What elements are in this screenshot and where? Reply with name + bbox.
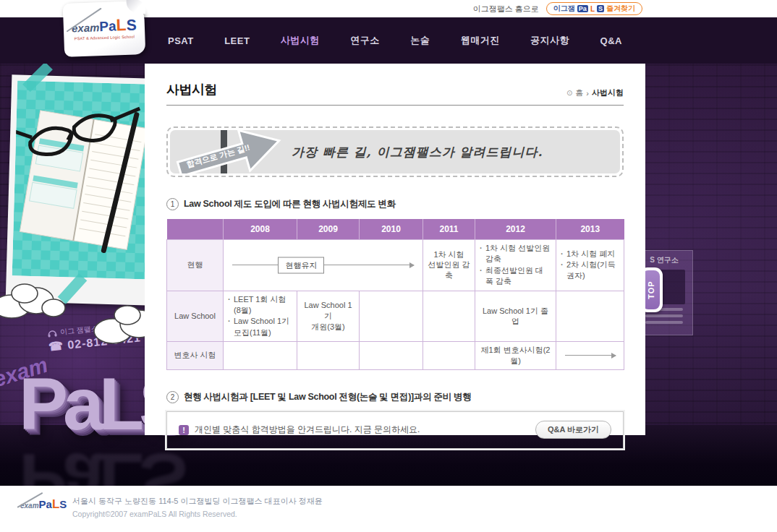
cell-current-2013: 1차 시험 폐지 2차 시험(기득권자) bbox=[556, 240, 624, 291]
favorite-logo-pa: Pa bbox=[577, 5, 588, 12]
maintain-label: 현행유지 bbox=[278, 257, 324, 273]
arrow-head bbox=[409, 262, 415, 268]
cell-line: 1차 시험 bbox=[428, 249, 470, 260]
breadcrumb: ⊙ 홈 › 사법시험 bbox=[566, 87, 624, 98]
cell-line: Law School 1기 bbox=[302, 300, 354, 322]
cell-current-2011: 1차 시험 선발인원 감축 bbox=[423, 240, 475, 291]
favorite-logo-l: L bbox=[590, 5, 595, 13]
cell-current-2012: 1차 시험 선발인원 감축 최종선발인원 대폭 감축 bbox=[475, 240, 556, 291]
footer-copyright: Copyright©2007 examPaLS All Rights Reser… bbox=[72, 510, 323, 518]
table-header-row: 2008 2009 2010 2011 2012 2013 bbox=[167, 219, 624, 240]
cell-line: 개원(3월) bbox=[302, 322, 354, 332]
cell-bar-2012: 제1회 변호사시험(2월) bbox=[475, 342, 556, 370]
polaroid-photo bbox=[6, 74, 160, 306]
section1-number: 1 bbox=[166, 198, 179, 210]
logo-paper-curl bbox=[127, 0, 146, 14]
breadcrumb-home[interactable]: 홈 bbox=[575, 87, 583, 98]
breadcrumb-current: 사법시험 bbox=[592, 87, 624, 98]
logo-s-text: S bbox=[126, 16, 137, 33]
nav-item-leet[interactable]: LEET bbox=[224, 35, 250, 46]
nav-items: PSAT LEET 사법시험 연구소 논술 웹매거진 공지사항 Q&A bbox=[168, 17, 622, 64]
nav-item-webmagazine[interactable]: 웹매거진 bbox=[461, 34, 500, 47]
cell-bar-2009 bbox=[297, 342, 360, 370]
favorite-prefix: 이그잼 bbox=[553, 4, 575, 14]
footer-logo: examPaLS bbox=[20, 497, 67, 512]
logo-l-text: L bbox=[116, 14, 127, 33]
year-header-blank bbox=[167, 219, 224, 240]
cell-bar-2010 bbox=[360, 342, 423, 370]
section2-number: 2 bbox=[166, 391, 179, 403]
cell-lawschool-2012: Law School 1기 졸업 bbox=[475, 291, 556, 342]
footer-text: 서울시 동작구 노량진동 114-5 이그잼빌딩 이그잼팰스 대표이사 정재윤 … bbox=[72, 496, 323, 518]
headset-icon bbox=[47, 328, 58, 338]
page: « « 이그 잼팰스 문의전화 ☎ 02-812-0421 bbox=[0, 0, 777, 532]
arrow-head bbox=[611, 353, 616, 359]
row-label-lawschool: Law School bbox=[167, 291, 224, 342]
row-label-current: 현행 bbox=[167, 240, 224, 291]
qa-go-button[interactable]: Q&A 바로가기 bbox=[535, 421, 611, 439]
footer-logo-pa: Pa bbox=[39, 498, 52, 510]
cell-lawschool-2013 bbox=[556, 291, 624, 342]
section1-heading: 1 Law School 제도 도입에 따른 현행 사법시험제도 변화 bbox=[166, 198, 624, 210]
home-link[interactable]: 이그잼팰스 홈으로 bbox=[473, 4, 539, 14]
cell-bullet: 1차 시험 폐지 bbox=[561, 249, 619, 259]
nav-item-qna[interactable]: Q&A bbox=[600, 35, 622, 46]
site-logo[interactable]: examPaLS PSAT & Advanced Logic School bbox=[63, 1, 146, 57]
year-header: 2009 bbox=[297, 219, 360, 240]
side-banner-textline bbox=[645, 321, 683, 324]
home-icon: ⊙ bbox=[566, 89, 572, 97]
main-content: 사법시험 ⊙ 홈 › 사법시험 합격으로 가는 길!! 가장 빠른 길, 이그잼… bbox=[145, 64, 645, 435]
nav-item-bar-exam[interactable]: 사법시험 bbox=[281, 34, 320, 47]
favorite-suffix: 즐겨찾기 bbox=[606, 4, 635, 14]
nav-item-essay[interactable]: 논술 bbox=[410, 34, 430, 47]
cell-lawschool-2011 bbox=[423, 291, 475, 342]
promo-banner-inner: 합격으로 가는 길!! 가장 빠른 길, 이그잼팰스가 알려드립니다. bbox=[170, 130, 620, 173]
year-header: 2012 bbox=[475, 219, 556, 240]
cell-bar-2011 bbox=[423, 342, 475, 370]
arrow-sign: 합격으로 가는 길!! bbox=[171, 130, 289, 173]
side-banner-textline bbox=[645, 314, 683, 317]
logo-subtitle: PSAT & Advanced Logic School bbox=[75, 34, 135, 40]
year-header: 2010 bbox=[360, 219, 423, 240]
page-title: 사법시험 bbox=[166, 81, 217, 98]
promo-message: 가장 빠른 길, 이그잼팰스가 알려드립니다. bbox=[292, 144, 543, 160]
breadcrumb-separator: › bbox=[586, 89, 589, 98]
cell-bar-2008 bbox=[224, 342, 297, 370]
section2-title: 현행 사법시험과 [LEET 및 Law School 전형(논술 및 면접)]… bbox=[184, 391, 471, 403]
nav-item-psat[interactable]: PSAT bbox=[168, 35, 194, 46]
cell-line: 선발인원 감축 bbox=[428, 259, 470, 281]
cell-lawschool-2008: LEET 1회 시험(8월) Law School 1기 모집(11월) bbox=[224, 291, 297, 342]
nav-item-notice[interactable]: 공지사항 bbox=[530, 34, 569, 47]
logo-exam-text: exam bbox=[72, 21, 100, 34]
footer-logo-s: S bbox=[59, 498, 67, 510]
section2-heading: 2 현행 사법시험과 [LEET 및 Law School 전형(논술 및 면접… bbox=[166, 391, 624, 403]
maintain-arrow: 현행유지 bbox=[232, 243, 414, 288]
continue-arrow bbox=[565, 355, 616, 356]
title-row: 사법시험 ⊙ 홈 › 사법시험 bbox=[166, 81, 624, 98]
year-header: 2013 bbox=[556, 219, 624, 240]
side-banner-title: S 연구소 bbox=[650, 255, 678, 265]
cell-current-2008-2010: 현행유지 bbox=[224, 240, 423, 291]
cell-bullet: LEET 1회 시험(8월) bbox=[228, 294, 292, 317]
scroll-top-label: TOP bbox=[647, 280, 655, 299]
logo-pa-text: Pa bbox=[99, 18, 116, 34]
favorite-button[interactable]: 이그잼 Pa L S 즐겨찾기 bbox=[546, 2, 642, 15]
cell-bullet: 최종선발인원 대폭 감축 bbox=[480, 265, 551, 288]
table-row-bar-exam: 변호사 시험 제1회 변호사시험(2월) bbox=[167, 342, 624, 370]
phone-icon: ☎ bbox=[48, 340, 64, 353]
cell-bullet: 1차 시험 선발인원 감축 bbox=[480, 243, 551, 265]
cell-bullet: 2차 시험(기득권자) bbox=[561, 259, 619, 282]
row-label-bar-exam: 변호사 시험 bbox=[167, 342, 224, 370]
year-header: 2008 bbox=[224, 219, 297, 240]
favorite-logo-s: S bbox=[597, 5, 604, 12]
cell-lawschool-2009: Law School 1기 개원(3월) bbox=[297, 291, 360, 342]
notebook-photo-illustration bbox=[12, 80, 153, 279]
year-header: 2011 bbox=[423, 219, 475, 240]
cell-bar-2013 bbox=[556, 342, 624, 370]
inquiry-message: 개인별 맞춤식 합격방법을 안겨드립니다. 지금 문의하세요. bbox=[195, 424, 535, 436]
exclamation-icon: ! bbox=[179, 425, 189, 435]
cell-bullet: Law School 1기 모집(11월) bbox=[228, 316, 292, 338]
nav-item-research[interactable]: 연구소 bbox=[350, 34, 380, 47]
section1-title: Law School 제도 도입에 따른 현행 사법시험제도 변화 bbox=[184, 198, 396, 210]
table-row-lawschool: Law School LEET 1회 시험(8월) Law School 1기 … bbox=[167, 291, 624, 342]
